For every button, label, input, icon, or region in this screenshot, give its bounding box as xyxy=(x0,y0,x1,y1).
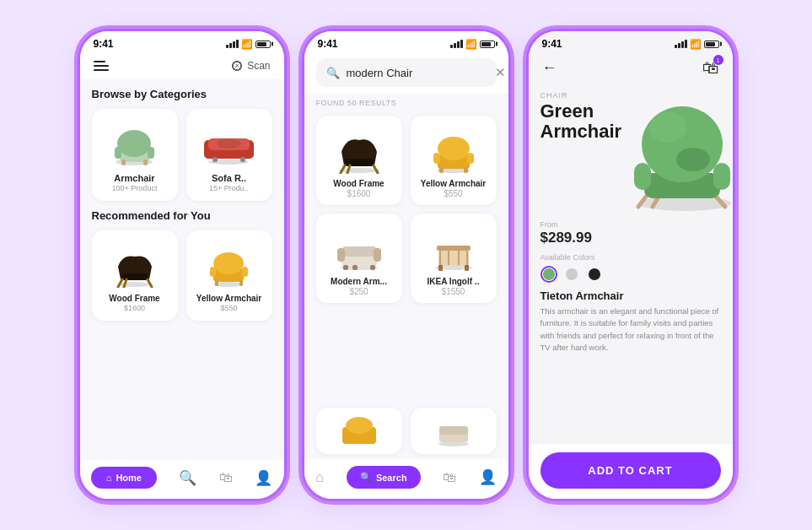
cat-name-sofa: Sofa R.. xyxy=(212,173,246,183)
recommended-title: Recommended for You xyxy=(92,209,272,222)
cart-nav-icon[interactable]: 🛍 xyxy=(219,470,233,485)
result-ikea-img xyxy=(420,222,487,273)
cart-nav-center[interactable]: 🛍 xyxy=(443,470,456,485)
scan-button[interactable]: ⮿ Scan xyxy=(231,58,270,73)
svg-rect-38 xyxy=(464,167,468,173)
svg-rect-23 xyxy=(210,267,216,277)
result-ikea[interactable]: IKEA Ingolf .. $1550 xyxy=(411,214,497,303)
svg-point-22 xyxy=(213,252,244,274)
search-active-icon: 🔍 xyxy=(360,472,372,483)
result-modernarm[interactable]: Modern Arm... $250 xyxy=(316,214,402,303)
armchair-image xyxy=(101,117,169,168)
sofa-image xyxy=(196,117,263,168)
search-nav-button[interactable]: 🔍 Search xyxy=(347,466,421,489)
svg-point-27 xyxy=(339,168,379,173)
profile-nav-center[interactable]: 👤 xyxy=(479,468,497,486)
svg-point-70 xyxy=(649,112,686,143)
partial-card-1[interactable] xyxy=(316,408,402,454)
hamburger-icon[interactable] xyxy=(94,61,109,71)
svg-rect-67 xyxy=(634,163,651,190)
add-to-cart-section: ADD TO CART xyxy=(529,444,733,499)
desc-text: This armchair is an elegant and function… xyxy=(540,306,721,354)
battery-icon-c xyxy=(480,41,495,48)
product-hero-image xyxy=(600,83,733,214)
time-left: 9:41 xyxy=(94,38,114,50)
right-phone: 9:41 📶 ← 🛍 1 CHAIR Green Armchair xyxy=(526,29,735,501)
rec-name-yellowarm: Yellow Armchair xyxy=(196,294,261,303)
result-price-woodframe: $1600 xyxy=(347,189,371,198)
result-woodframe-img xyxy=(325,124,393,175)
results-label: Found 50 Results xyxy=(304,94,508,111)
category-card-sofa[interactable]: Sofa R.. 15+ Produ.. xyxy=(186,109,272,201)
rec-card-yellowarm[interactable]: Yellow Armchair $550 xyxy=(186,230,272,321)
svg-rect-13 xyxy=(240,157,245,162)
result-name-yellowarm: Yellow Armchair xyxy=(421,179,486,188)
rec-price-yellowarm: $550 xyxy=(220,304,237,312)
battery-icon-r xyxy=(704,41,719,48)
time-right: 9:41 xyxy=(542,38,562,50)
rec-card-woodframe[interactable]: Wood Frame $1600 xyxy=(92,230,178,321)
right-content: CHAIR Green Armchair xyxy=(529,83,733,444)
category-card-armchair[interactable]: Armchair 100+ Product xyxy=(92,109,178,201)
result-yellowarm[interactable]: Yellow Armchair $550 xyxy=(411,116,497,205)
search-input[interactable] xyxy=(347,67,488,79)
back-arrow-icon[interactable]: ← xyxy=(542,59,557,77)
home-nav-center[interactable]: ⌂ xyxy=(315,469,324,486)
home-label: Home xyxy=(116,473,142,483)
home-icon: ⌂ xyxy=(106,473,112,483)
result-woodframe[interactable]: Wood Frame $1600 xyxy=(316,116,402,205)
svg-rect-54 xyxy=(438,265,443,271)
svg-rect-42 xyxy=(337,248,345,262)
svg-rect-26 xyxy=(239,280,243,286)
search-nav-label: Search xyxy=(376,473,407,483)
search-close-icon[interactable]: ✕ xyxy=(495,65,506,80)
woodframe-image xyxy=(103,239,166,289)
svg-rect-35 xyxy=(433,153,440,164)
svg-point-69 xyxy=(676,148,710,171)
rec-price-woodframe: $1600 xyxy=(124,304,145,312)
status-icons-right: 📶 xyxy=(675,39,719,50)
cart-badge-wrap[interactable]: 🛍 1 xyxy=(702,58,719,78)
center-phone: 9:41 📶 🔍 ✕ Found 50 Results xyxy=(302,29,511,501)
color-gray-dot[interactable] xyxy=(563,266,580,283)
svg-rect-36 xyxy=(467,153,474,164)
scan-icon: ⮿ xyxy=(231,58,244,73)
partial-results-row xyxy=(304,408,508,459)
profile-nav-icon[interactable]: 👤 xyxy=(255,469,272,487)
status-icons-left: 📶 xyxy=(226,39,271,50)
result-yellowarm-img xyxy=(420,124,487,175)
left-header: ⮿ Scan xyxy=(80,53,284,79)
result-price-yellowarm: $550 xyxy=(444,189,462,198)
battery-icon xyxy=(255,41,271,48)
status-icons-center: 📶 xyxy=(450,39,495,50)
product-description-section: Tieton Armchair This armchair is an eleg… xyxy=(529,283,733,444)
result-modernarm-img xyxy=(325,222,393,273)
categories-grid: Armchair 100+ Product xyxy=(92,109,272,201)
product-info: From $289.99 Available Colors xyxy=(529,220,733,283)
result-name-modernarm: Modern Arm... xyxy=(331,277,387,286)
time-center: 9:41 xyxy=(318,38,338,50)
svg-rect-37 xyxy=(439,167,444,173)
wifi-icon-r: 📶 xyxy=(690,39,702,50)
rec-name-woodframe: Wood Frame xyxy=(109,294,159,303)
left-content: Browse by Categories Armchair 100+ xyxy=(80,79,284,460)
cat-name-armchair: Armchair xyxy=(114,173,154,183)
result-name-woodframe: Wood Frame xyxy=(333,179,384,188)
svg-point-34 xyxy=(438,137,470,160)
recommended-grid: Wood Frame $1600 Yellow Armchair xyxy=(92,230,272,321)
wifi-icon-c: 📶 xyxy=(465,39,477,50)
color-black-dot[interactable] xyxy=(586,266,603,283)
search-bar[interactable]: 🔍 ✕ xyxy=(316,58,497,87)
colors-row xyxy=(540,266,721,283)
colors-label: Available Colors xyxy=(540,253,721,262)
svg-point-57 xyxy=(346,417,373,434)
home-nav-button[interactable]: ⌂ Home xyxy=(91,467,157,489)
color-green-dot[interactable] xyxy=(540,266,557,283)
add-to-cart-button[interactable]: ADD TO CART xyxy=(540,452,721,489)
cat-count-armchair: 100+ Product xyxy=(112,184,158,192)
right-header: ← 🛍 1 xyxy=(529,53,733,83)
partial-card-2[interactable] xyxy=(411,408,497,454)
svg-rect-55 xyxy=(465,265,469,271)
svg-rect-12 xyxy=(212,157,218,162)
search-nav-icon[interactable]: 🔍 xyxy=(179,469,196,487)
